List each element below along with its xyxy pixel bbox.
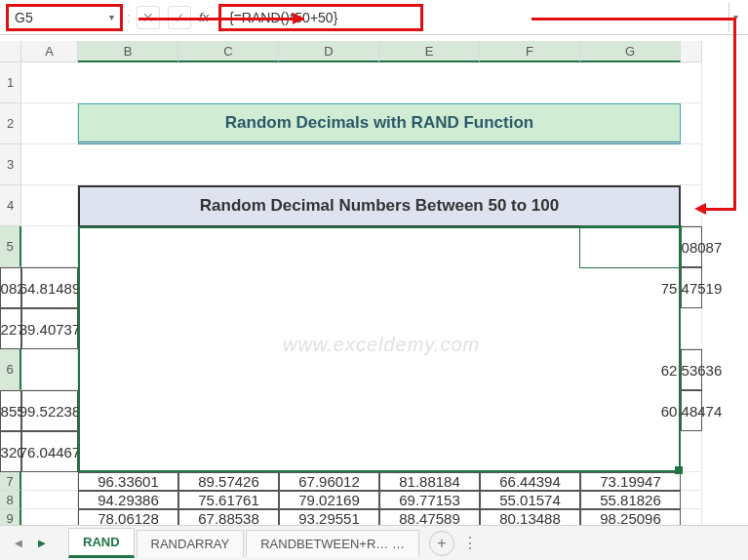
- col-header-empty[interactable]: [681, 41, 702, 62]
- data-cell[interactable]: 67.88538: [178, 509, 279, 525]
- selection-range: [78, 226, 681, 472]
- data-cell[interactable]: 60.48474: [681, 390, 702, 431]
- sheet-tab-active[interactable]: RAND: [68, 528, 135, 558]
- row-header[interactable]: 1: [0, 62, 21, 103]
- data-cell[interactable]: 75.47519: [681, 267, 702, 308]
- cell[interactable]: [21, 472, 78, 491]
- data-cell[interactable]: 64.08211: [0, 267, 21, 308]
- data-cell[interactable]: 79.02169: [279, 491, 379, 509]
- row-header[interactable]: 2: [0, 103, 21, 144]
- data-cell[interactable]: 98.85517: [0, 390, 21, 431]
- table-header: Random Decimal Numbers Between 50 to 100: [78, 185, 681, 226]
- data-cell[interactable]: 55.01574: [480, 491, 580, 509]
- name-box-value: G5: [15, 10, 33, 25]
- cell[interactable]: [21, 144, 702, 185]
- data-cell[interactable]: 95.22782: [0, 308, 21, 349]
- data-cell[interactable]: 62.53636: [681, 349, 702, 390]
- data-cell[interactable]: 98.25096: [580, 509, 681, 525]
- sep-colon: :: [127, 10, 131, 25]
- row-header[interactable]: 8: [0, 491, 21, 509]
- row-header[interactable]: 9: [0, 509, 21, 525]
- data-cell[interactable]: 94.29386: [78, 491, 178, 509]
- annotation-arrow-head: [694, 203, 706, 215]
- col-header[interactable]: C: [178, 41, 279, 62]
- tab-more-icon[interactable]: ⋮: [462, 534, 478, 552]
- data-cell[interactable]: 69.77153: [379, 491, 480, 509]
- data-cell[interactable]: 69.08087: [681, 226, 702, 267]
- tab-prev-icon[interactable]: ◄: [8, 532, 29, 555]
- col-header[interactable]: G: [580, 41, 681, 62]
- tab-next-icon[interactable]: ►: [31, 532, 53, 555]
- formula-expand-icon[interactable]: ▾: [728, 3, 742, 32]
- row-header[interactable]: 7: [0, 472, 21, 491]
- data-cell[interactable]: 89.40737: [21, 308, 78, 349]
- data-cell[interactable]: 99.52238: [21, 390, 78, 431]
- data-cell[interactable]: 89.57426: [178, 472, 279, 491]
- cell[interactable]: [681, 509, 702, 525]
- row-header[interactable]: 5: [0, 226, 21, 267]
- accept-formula-icon[interactable]: ✓: [168, 6, 191, 29]
- annotation-arrow-head: [293, 13, 304, 24]
- data-cell[interactable]: 88.47589: [379, 509, 480, 525]
- sheet-tab[interactable]: RANDBETWEEN+R… …: [246, 530, 419, 557]
- col-header[interactable]: B: [78, 41, 178, 62]
- cell[interactable]: [681, 431, 702, 472]
- formula-input[interactable]: {=RAND()*50+50}: [218, 4, 423, 31]
- spreadsheet-grid[interactable]: A B C D E F G 1 2 Random Decimals with R…: [0, 41, 748, 525]
- row-header[interactable]: 3: [0, 144, 21, 185]
- fx-icon[interactable]: fx: [199, 10, 209, 24]
- sheet-tab-bar: ◄ ► RAND RANDARRAY RANDBETWEEN+R… … + ⋮: [0, 525, 748, 560]
- col-header[interactable]: A: [21, 41, 78, 62]
- row-header[interactable]: 4: [0, 185, 21, 226]
- cancel-formula-icon[interactable]: ✕: [137, 6, 160, 29]
- row-header[interactable]: 6: [0, 349, 21, 390]
- cell[interactable]: [681, 308, 702, 349]
- cell[interactable]: [681, 472, 702, 491]
- data-cell[interactable]: 81.88184: [379, 472, 480, 491]
- cell[interactable]: [681, 491, 702, 509]
- data-cell[interactable]: 75.61761: [178, 491, 279, 509]
- cell[interactable]: [21, 185, 78, 226]
- data-cell[interactable]: 77.32045: [0, 431, 21, 472]
- chevron-down-icon[interactable]: ▾: [109, 12, 114, 22]
- data-cell[interactable]: 93.29551: [279, 509, 379, 525]
- cell[interactable]: [21, 62, 702, 103]
- title-banner: Random Decimals with RAND Function: [78, 103, 681, 144]
- sheet-tab[interactable]: RANDARRAY: [137, 530, 245, 557]
- name-box[interactable]: G5 ▾: [6, 4, 123, 31]
- cell[interactable]: [681, 103, 702, 144]
- data-cell[interactable]: 55.81826: [580, 491, 681, 509]
- data-cell[interactable]: 66.44394: [480, 472, 580, 491]
- col-header[interactable]: E: [379, 41, 480, 62]
- cell[interactable]: [21, 103, 78, 144]
- data-cell[interactable]: 73.19947: [580, 472, 681, 491]
- cell[interactable]: [21, 226, 78, 267]
- formula-text: {=RAND()*50+50}: [229, 10, 337, 25]
- data-cell[interactable]: 67.96012: [279, 472, 379, 491]
- data-cell[interactable]: 80.13488: [480, 509, 580, 525]
- col-header[interactable]: D: [279, 41, 379, 62]
- add-sheet-icon[interactable]: +: [429, 531, 454, 556]
- col-header[interactable]: F: [480, 41, 580, 62]
- data-cell[interactable]: 78.06128: [78, 509, 178, 525]
- cell[interactable]: [21, 349, 78, 390]
- data-table-border: [78, 185, 681, 472]
- data-cell[interactable]: 64.81489: [21, 267, 78, 308]
- data-cell[interactable]: 96.33601: [78, 472, 178, 491]
- data-cell[interactable]: 76.04467: [21, 431, 78, 472]
- select-all-triangle[interactable]: [0, 41, 21, 62]
- cell[interactable]: [21, 491, 78, 509]
- formula-bar-row: G5 ▾ : ✕ ✓ fx {=RAND()*50+50} ▾: [0, 0, 748, 35]
- cell[interactable]: [21, 509, 78, 525]
